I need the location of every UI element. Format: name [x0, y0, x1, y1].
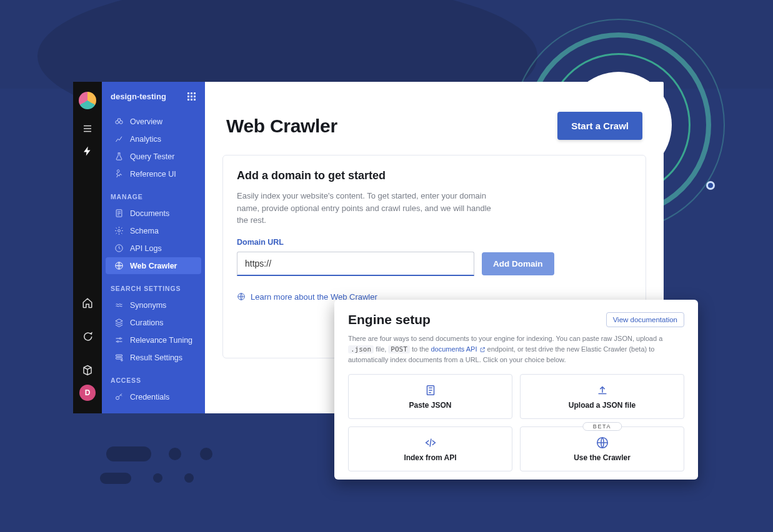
sidebar-item-documents[interactable]: Documents: [106, 205, 201, 222]
tile-paste-json[interactable]: Paste JSON: [348, 374, 512, 419]
sidebar-item-label: Relevance Tuning: [130, 336, 192, 345]
svg-rect-9: [116, 358, 122, 360]
key-icon: [114, 392, 124, 401]
deco-dot: [169, 448, 181, 460]
card-heading: Add a domain to get started: [237, 169, 632, 182]
tile-index-api[interactable]: Index from API: [348, 426, 512, 471]
sidebar-item-label: Synonyms: [130, 301, 166, 310]
nav-rail: D: [73, 82, 102, 413]
paste-icon: [424, 383, 437, 397]
sidebar-item-result-settings[interactable]: Result Settings: [106, 349, 201, 366]
sidebar-section-access: ACCESS: [102, 367, 205, 388]
globe-icon: [114, 261, 124, 270]
external-link-icon: [479, 347, 486, 353]
sidebar-item-label: Query Tester: [130, 152, 174, 161]
sidebar-section-manage: MANAGE: [102, 183, 205, 204]
sidebar-item-label: Documents: [130, 209, 169, 218]
globe-icon: [237, 292, 246, 301]
page-title: Web Crawler: [226, 116, 337, 137]
tile-label: Use the Crawler: [574, 453, 631, 462]
globe-icon: [596, 436, 609, 450]
deco-small-circle: [706, 181, 715, 190]
engine-setup-heading: Engine setup: [348, 312, 431, 327]
gear-icon: [114, 226, 124, 235]
sidebar-item-query-tester[interactable]: Query Tester: [106, 148, 201, 165]
deco-pill: [106, 446, 151, 461]
sidebar-item-analytics[interactable]: Analytics: [106, 131, 201, 147]
document-icon: [114, 209, 124, 218]
chart-icon: [114, 134, 124, 144]
sidebar-item-api-logs[interactable]: API Logs: [106, 240, 201, 257]
lightning-icon[interactable]: [82, 145, 93, 157]
sidebar-section-search: SEARCH SETTINGS: [102, 275, 205, 296]
sidebar-item-overview[interactable]: Overview: [106, 113, 201, 130]
upload-icon: [596, 383, 609, 397]
sidebar-item-credentials[interactable]: Credentials: [106, 388, 201, 405]
approx-icon: [114, 300, 124, 310]
layers-icon: [114, 318, 124, 327]
engine-setup-description: There are four ways to send documents to…: [348, 333, 684, 365]
svg-point-3: [118, 230, 121, 232]
package-icon[interactable]: [82, 365, 93, 376]
sidebar-item-label: Web Crawler: [130, 262, 177, 270]
app-logo[interactable]: [79, 92, 96, 109]
sidebar-item-label: Schema: [130, 227, 159, 235]
clock-icon: [114, 244, 124, 253]
svg-point-6: [119, 338, 121, 340]
deco-dot: [200, 448, 212, 460]
view-documentation-button[interactable]: View documentation: [606, 312, 684, 327]
sidebar-item-label: Credentials: [130, 393, 169, 401]
code-post: POST: [388, 345, 410, 353]
sidebar-item-label: API Logs: [130, 244, 162, 253]
sidebar-item-web-crawler[interactable]: Web Crawler: [106, 257, 201, 274]
sidebar: design-testing Overview Analytics Query …: [102, 82, 205, 413]
tile-label: Upload a JSON file: [569, 401, 636, 410]
sidebar-item-label: Curations: [130, 318, 164, 327]
svg-point-7: [117, 341, 119, 343]
card-description: Easily index your website's content. To …: [237, 190, 493, 227]
chat-icon[interactable]: [82, 331, 93, 342]
add-domain-button[interactable]: Add Domain: [482, 252, 554, 275]
svg-point-1: [119, 121, 122, 124]
deco-dot: [153, 473, 162, 483]
sliders-icon: [114, 335, 124, 345]
tile-label: Index from API: [404, 453, 456, 462]
tile-use-crawler[interactable]: BETA Use the Crawler: [520, 426, 684, 471]
beta-badge: BETA: [582, 422, 622, 431]
home-icon[interactable]: [82, 297, 93, 308]
sidebar-item-label: Reference UI: [130, 170, 176, 179]
flask-icon: [114, 152, 124, 161]
documents-api-link[interactable]: documents API: [431, 345, 477, 353]
sidebar-item-label: Overview: [130, 117, 162, 126]
apps-grid-icon[interactable]: [187, 92, 196, 101]
svg-point-0: [116, 121, 119, 124]
sidebar-item-label: Result Settings: [130, 353, 182, 362]
sidebar-item-schema[interactable]: Schema: [106, 222, 201, 239]
project-name: design-testing: [111, 92, 166, 101]
deco-dot: [184, 473, 194, 483]
tile-upload-json[interactable]: Upload a JSON file: [520, 374, 684, 419]
code-icon: [424, 436, 437, 450]
svg-point-10: [121, 360, 123, 362]
menu-icon[interactable]: [82, 123, 93, 134]
tile-label: Paste JSON: [409, 401, 451, 410]
sidebar-item-reference-ui[interactable]: Reference UI: [106, 165, 201, 182]
svg-point-11: [116, 397, 119, 400]
user-avatar[interactable]: D: [79, 385, 96, 401]
domain-url-input[interactable]: [237, 252, 474, 276]
engine-setup-panel: Engine setup View documentation There ar…: [334, 300, 698, 480]
code-json: .json: [348, 345, 374, 353]
list-settings-icon: [114, 353, 124, 362]
svg-rect-8: [116, 355, 122, 357]
domain-url-label: Domain URL: [237, 238, 632, 247]
sidebar-item-synonyms[interactable]: Synonyms: [106, 297, 201, 313]
start-crawl-button[interactable]: Start a Crawl: [557, 112, 642, 140]
sidebar-item-curations[interactable]: Curations: [106, 314, 201, 331]
sidebar-item-label: Analytics: [130, 135, 161, 144]
deco-pill: [100, 473, 131, 484]
sidebar-item-relevance-tuning[interactable]: Relevance Tuning: [106, 332, 201, 348]
binoculars-icon: [114, 117, 124, 126]
run-icon: [114, 169, 124, 179]
